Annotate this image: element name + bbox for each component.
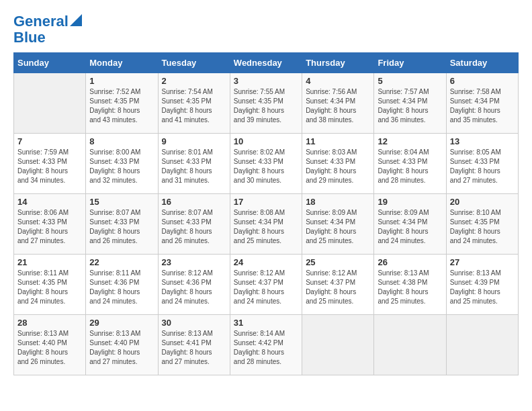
page-header: General Blue: [13, 13, 519, 46]
calendar-body: 1Sunrise: 7:52 AM Sunset: 4:35 PM Daylig…: [14, 73, 519, 375]
calendar-day-cell: 17Sunrise: 8:08 AM Sunset: 4:34 PM Dayli…: [230, 194, 302, 255]
calendar-day-cell: 25Sunrise: 8:12 AM Sunset: 4:37 PM Dayli…: [302, 255, 374, 315]
day-info: Sunrise: 8:13 AM Sunset: 4:39 PM Dayligh…: [450, 269, 515, 306]
calendar-day-cell: 1Sunrise: 7:52 AM Sunset: 4:35 PM Daylig…: [86, 73, 158, 134]
calendar-day-cell: 12Sunrise: 8:04 AM Sunset: 4:33 PM Dayli…: [374, 134, 446, 194]
day-number: 13: [450, 136, 515, 146]
day-info: Sunrise: 8:00 AM Sunset: 4:33 PM Dayligh…: [89, 148, 154, 185]
calendar-day-cell: 27Sunrise: 8:13 AM Sunset: 4:39 PM Dayli…: [446, 255, 518, 315]
day-number: 23: [162, 257, 226, 267]
day-info: Sunrise: 7:56 AM Sunset: 4:34 PM Dayligh…: [306, 87, 370, 125]
day-info: Sunrise: 8:11 AM Sunset: 4:36 PM Dayligh…: [89, 269, 154, 306]
calendar-day-cell: 21Sunrise: 8:11 AM Sunset: 4:35 PM Dayli…: [14, 255, 86, 315]
day-info: Sunrise: 8:13 AM Sunset: 4:40 PM Dayligh…: [89, 329, 154, 367]
calendar-day-cell: 20Sunrise: 8:10 AM Sunset: 4:35 PM Dayli…: [446, 194, 518, 255]
day-number: 10: [234, 136, 298, 146]
calendar-day-cell: 31Sunrise: 8:14 AM Sunset: 4:42 PM Dayli…: [230, 315, 302, 375]
calendar-day-cell: 23Sunrise: 8:12 AM Sunset: 4:36 PM Dayli…: [158, 255, 230, 315]
calendar-week-row: 21Sunrise: 8:11 AM Sunset: 4:35 PM Dayli…: [14, 255, 519, 315]
day-number: 15: [89, 197, 154, 207]
day-of-week-header: Friday: [374, 53, 446, 73]
day-info: Sunrise: 8:08 AM Sunset: 4:34 PM Dayligh…: [234, 208, 298, 246]
calendar-header-row: SundayMondayTuesdayWednesdayThursdayFrid…: [14, 53, 519, 73]
day-of-week-header: Saturday: [446, 53, 518, 73]
calendar-table: SundayMondayTuesdayWednesdayThursdayFrid…: [13, 52, 519, 375]
calendar-day-cell: 18Sunrise: 8:09 AM Sunset: 4:34 PM Dayli…: [302, 194, 374, 255]
logo: General Blue: [13, 13, 82, 46]
calendar-day-cell: [374, 315, 446, 375]
calendar-day-cell: 22Sunrise: 8:11 AM Sunset: 4:36 PM Dayli…: [86, 255, 158, 315]
day-number: 8: [89, 136, 154, 146]
day-info: Sunrise: 8:07 AM Sunset: 4:33 PM Dayligh…: [162, 208, 226, 246]
day-number: 28: [17, 318, 82, 328]
calendar-week-row: 1Sunrise: 7:52 AM Sunset: 4:35 PM Daylig…: [14, 73, 519, 134]
day-number: 4: [306, 76, 370, 86]
calendar-day-cell: 11Sunrise: 8:03 AM Sunset: 4:33 PM Dayli…: [302, 134, 374, 194]
day-info: Sunrise: 8:07 AM Sunset: 4:33 PM Dayligh…: [89, 208, 154, 246]
day-number: 20: [450, 197, 515, 207]
day-info: Sunrise: 8:09 AM Sunset: 4:34 PM Dayligh…: [306, 208, 370, 246]
day-info: Sunrise: 8:03 AM Sunset: 4:33 PM Dayligh…: [306, 148, 370, 185]
day-number: 12: [378, 136, 442, 146]
logo-text: General: [13, 13, 69, 30]
day-info: Sunrise: 7:58 AM Sunset: 4:34 PM Dayligh…: [450, 87, 515, 125]
day-info: Sunrise: 7:59 AM Sunset: 4:33 PM Dayligh…: [17, 148, 82, 185]
day-number: 1: [89, 76, 154, 86]
day-info: Sunrise: 8:12 AM Sunset: 4:37 PM Dayligh…: [234, 269, 298, 306]
day-info: Sunrise: 7:57 AM Sunset: 4:34 PM Dayligh…: [378, 87, 442, 125]
day-number: 25: [306, 257, 370, 267]
day-info: Sunrise: 8:09 AM Sunset: 4:34 PM Dayligh…: [378, 208, 442, 246]
day-info: Sunrise: 8:13 AM Sunset: 4:41 PM Dayligh…: [162, 329, 226, 367]
day-number: 24: [234, 257, 298, 267]
day-number: 19: [378, 197, 442, 207]
day-number: 21: [17, 257, 82, 267]
day-number: 14: [17, 197, 82, 207]
calendar-day-cell: 9Sunrise: 8:01 AM Sunset: 4:33 PM Daylig…: [158, 134, 230, 194]
day-info: Sunrise: 8:10 AM Sunset: 4:35 PM Dayligh…: [450, 208, 515, 246]
calendar-day-cell: 13Sunrise: 8:05 AM Sunset: 4:33 PM Dayli…: [446, 134, 518, 194]
calendar-day-cell: 10Sunrise: 8:02 AM Sunset: 4:33 PM Dayli…: [230, 134, 302, 194]
calendar-day-cell: [14, 73, 86, 134]
day-of-week-header: Tuesday: [158, 53, 230, 73]
day-info: Sunrise: 7:54 AM Sunset: 4:35 PM Dayligh…: [162, 87, 226, 125]
day-info: Sunrise: 7:55 AM Sunset: 4:35 PM Dayligh…: [234, 87, 298, 125]
calendar-day-cell: [302, 315, 374, 375]
calendar-day-cell: 28Sunrise: 8:13 AM Sunset: 4:40 PM Dayli…: [14, 315, 86, 375]
logo-blue-text: Blue: [13, 30, 46, 46]
day-info: Sunrise: 8:05 AM Sunset: 4:33 PM Dayligh…: [450, 148, 515, 185]
calendar-day-cell: 7Sunrise: 7:59 AM Sunset: 4:33 PM Daylig…: [14, 134, 86, 194]
day-number: 31: [234, 318, 298, 328]
day-info: Sunrise: 8:04 AM Sunset: 4:33 PM Dayligh…: [378, 148, 442, 185]
day-number: 11: [306, 136, 370, 146]
day-of-week-header: Monday: [86, 53, 158, 73]
day-number: 6: [450, 76, 515, 86]
calendar-day-cell: 14Sunrise: 8:06 AM Sunset: 4:33 PM Dayli…: [14, 194, 86, 255]
calendar-week-row: 7Sunrise: 7:59 AM Sunset: 4:33 PM Daylig…: [14, 134, 519, 194]
day-info: Sunrise: 8:11 AM Sunset: 4:35 PM Dayligh…: [17, 269, 82, 306]
calendar-day-cell: 26Sunrise: 8:13 AM Sunset: 4:38 PM Dayli…: [374, 255, 446, 315]
day-info: Sunrise: 8:13 AM Sunset: 4:38 PM Dayligh…: [378, 269, 442, 306]
calendar-day-cell: 15Sunrise: 8:07 AM Sunset: 4:33 PM Dayli…: [86, 194, 158, 255]
calendar-day-cell: 30Sunrise: 8:13 AM Sunset: 4:41 PM Dayli…: [158, 315, 230, 375]
calendar-day-cell: 8Sunrise: 8:00 AM Sunset: 4:33 PM Daylig…: [86, 134, 158, 194]
day-number: 26: [378, 257, 442, 267]
day-of-week-header: Wednesday: [230, 53, 302, 73]
logo-arrow-icon: [70, 14, 82, 26]
day-info: Sunrise: 8:06 AM Sunset: 4:33 PM Dayligh…: [17, 208, 82, 246]
day-number: 30: [162, 318, 226, 328]
day-number: 17: [234, 197, 298, 207]
calendar-week-row: 14Sunrise: 8:06 AM Sunset: 4:33 PM Dayli…: [14, 194, 519, 255]
calendar-day-cell: 4Sunrise: 7:56 AM Sunset: 4:34 PM Daylig…: [302, 73, 374, 134]
calendar-day-cell: 5Sunrise: 7:57 AM Sunset: 4:34 PM Daylig…: [374, 73, 446, 134]
day-number: 5: [378, 76, 442, 86]
day-number: 29: [89, 318, 154, 328]
calendar-day-cell: 3Sunrise: 7:55 AM Sunset: 4:35 PM Daylig…: [230, 73, 302, 134]
calendar-day-cell: 6Sunrise: 7:58 AM Sunset: 4:34 PM Daylig…: [446, 73, 518, 134]
day-number: 16: [162, 197, 226, 207]
calendar-day-cell: 29Sunrise: 8:13 AM Sunset: 4:40 PM Dayli…: [86, 315, 158, 375]
day-info: Sunrise: 8:02 AM Sunset: 4:33 PM Dayligh…: [234, 148, 298, 185]
day-number: 18: [306, 197, 370, 207]
calendar-day-cell: 19Sunrise: 8:09 AM Sunset: 4:34 PM Dayli…: [374, 194, 446, 255]
day-info: Sunrise: 8:01 AM Sunset: 4:33 PM Dayligh…: [162, 148, 226, 185]
day-info: Sunrise: 8:12 AM Sunset: 4:37 PM Dayligh…: [306, 269, 370, 306]
